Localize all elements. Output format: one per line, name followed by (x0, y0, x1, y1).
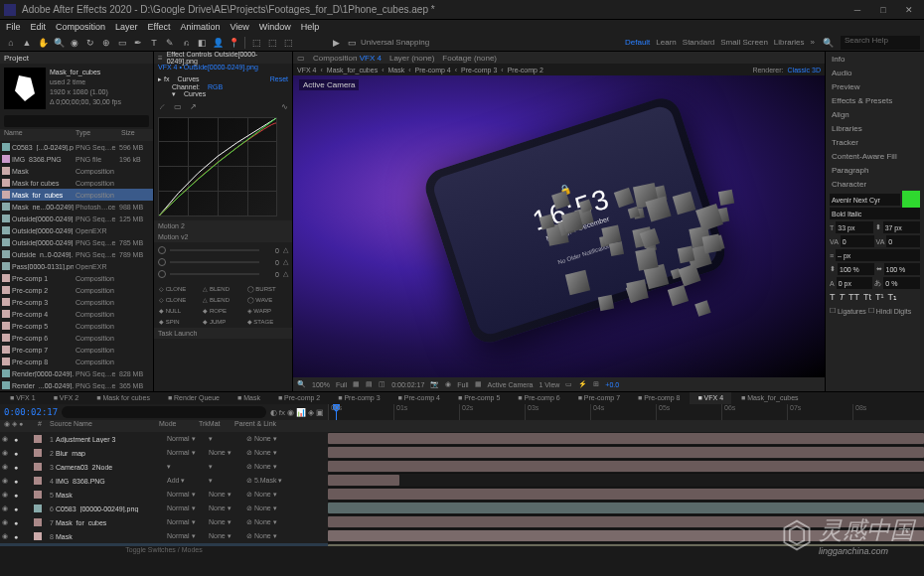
grid-icon[interactable]: ▦ (353, 380, 360, 388)
current-timecode[interactable]: 0:00:02:17 (4, 407, 58, 417)
kerning[interactable]: 0 (841, 235, 874, 247)
timeline-layers[interactable]: ◉●1Adjustment Layer 3Normal ▾ ▾⊘ None ▾◉… (0, 432, 924, 546)
motion-preset[interactable]: ◇ CLONE (158, 284, 200, 293)
toggle-switches[interactable]: Toggle Switches / Modes (0, 546, 328, 558)
timeline-icon[interactable]: ⊞ (593, 380, 599, 388)
task-launch[interactable]: Task Launch (154, 328, 292, 339)
motion-v2-header[interactable]: Motion v2 (154, 231, 292, 242)
curves-tool-auto-icon[interactable]: ∿ (281, 102, 288, 111)
workspace-learn[interactable]: Learn (656, 38, 676, 47)
ligatures-toggle[interactable]: Ligatures (838, 308, 866, 315)
hand-tool-icon[interactable]: ✋ (36, 36, 50, 50)
orbit-tool-icon[interactable]: ◉ (68, 36, 81, 50)
panel-info[interactable]: Info (826, 52, 924, 66)
timeline-tab[interactable]: ■ Pre-comp 7 (570, 392, 628, 404)
project-item[interactable]: Pre-comp 2Composition (0, 284, 153, 296)
text-tool-icon[interactable]: T (147, 36, 161, 50)
subscript[interactable]: T₁ (888, 292, 898, 302)
breadcrumb-item[interactable]: Mask_for_cubes (327, 67, 378, 73)
small-caps[interactable]: Tt (863, 292, 871, 302)
resolution-select[interactable]: Full (336, 381, 347, 388)
workspace-default[interactable]: Default (625, 38, 650, 47)
menu-view[interactable]: View (230, 22, 248, 32)
search-help-input[interactable]: Search Help (841, 36, 920, 50)
project-item[interactable]: IMG_8368.PNGPNG file196 kB (0, 153, 153, 165)
channel-icon[interactable]: ◉ (445, 380, 451, 388)
minimize-button[interactable]: ─ (850, 3, 864, 17)
project-item[interactable]: Pre-comp 3Composition (0, 296, 153, 308)
roto-tool-icon[interactable]: 👤 (211, 36, 225, 50)
panel-content-aware-fill[interactable]: Content-Aware Fill (826, 149, 924, 163)
project-tab[interactable]: Project (4, 54, 29, 63)
zoom-level[interactable]: 100% (312, 381, 330, 388)
project-item[interactable]: C0583_[...0-0249].pngPNG Seq…e596 MB (0, 141, 153, 153)
camera-select[interactable]: Active Camera (488, 381, 534, 388)
visibility-toggle[interactable]: ◉ (2, 435, 12, 443)
timeline-layer[interactable]: ◉●1Adjustment Layer 3Normal ▾ ▾⊘ None ▾ (0, 432, 924, 446)
visibility-toggle[interactable]: ◉ (2, 504, 12, 512)
workspace-libraries[interactable]: Libraries (774, 38, 805, 47)
project-item[interactable]: Pre-comp 6Composition (0, 332, 153, 344)
breadcrumb-item[interactable]: VFX 4 (297, 67, 316, 73)
fast-preview-icon[interactable]: ⚡ (578, 380, 587, 388)
fill-color[interactable] (902, 191, 920, 209)
renderer-select[interactable]: Classic 3D (788, 67, 821, 73)
menu-edit[interactable]: Edit (31, 22, 47, 32)
hindi-toggle[interactable]: Hindi Digits (876, 308, 911, 315)
motion-preset[interactable]: ◈ WARP (246, 306, 288, 315)
graph-icon[interactable]: 📊 (296, 408, 306, 417)
project-item[interactable]: Pre-comp 5Composition (0, 320, 153, 332)
curves-graph[interactable] (158, 117, 277, 216)
motion-preset[interactable]: ◇ CLONE (158, 295, 200, 304)
project-item[interactable]: Render[0000-0249].pngPNG Seq…e828 MB (0, 367, 153, 379)
viewer-timecode[interactable]: 0:00:02:17 (391, 381, 424, 388)
brain-icon[interactable]: ◈ (308, 408, 314, 417)
workspace-expand-icon[interactable]: » (811, 38, 815, 47)
comp-breadcrumb[interactable]: VFX 4‹Mask_for_cubes‹Mask‹Pre-comp 4‹Pre… (293, 64, 825, 75)
motion-preset[interactable]: ◆ JUMP (202, 317, 243, 326)
viewer-layer-tab[interactable]: Layer (none) (389, 54, 434, 63)
project-item[interactable]: Mask for cubesComposition (0, 177, 153, 189)
panel-character[interactable]: Character (826, 177, 924, 191)
view-axis-icon[interactable]: ⬚ (281, 36, 295, 50)
world-axis-icon[interactable]: ⬚ (265, 36, 279, 50)
curves-tool-open-icon[interactable]: ↗ (190, 102, 197, 111)
close-button[interactable]: ✕ (902, 3, 916, 17)
superscript[interactable]: T¹ (875, 292, 884, 302)
panel-paragraph[interactable]: Paragraph (826, 163, 924, 177)
viewer-footage-tab[interactable]: Footage (none) (442, 54, 497, 63)
snapping-toggle[interactable]: Snapping (395, 38, 429, 47)
project-item[interactable]: Pre-comp 1Composition (0, 272, 153, 284)
selection-tool-icon[interactable]: ▲ (20, 36, 34, 50)
timeline-layer[interactable]: ◉●5MaskNormal ▾None ▾⊘ None ▾ (0, 488, 924, 502)
stroke-width[interactable]: – px (836, 249, 920, 261)
maximize-button[interactable]: □ (876, 3, 890, 17)
zoom-tool-icon[interactable]: 🔍 (52, 36, 66, 50)
tracking[interactable]: 0 (886, 235, 920, 247)
project-item[interactable]: Pre-comp 7Composition (0, 344, 153, 356)
panel-preview[interactable]: Preview (826, 79, 924, 93)
timeline-tab[interactable]: ■ Pre-comp 3 (330, 392, 387, 404)
motion-preset[interactable]: ◆ STAGE (246, 317, 288, 326)
clone-tool-icon[interactable]: ⎌ (179, 36, 193, 50)
breadcrumb-item[interactable]: Pre-comp 3 (461, 67, 497, 73)
breadcrumb-item[interactable]: Pre-comp 4 (415, 67, 451, 73)
project-item[interactable]: Render_...00-0249].pngPNG Seq…e365 MB (0, 379, 153, 391)
breadcrumb-item[interactable]: Mask (388, 67, 405, 73)
timeline-tab[interactable]: ■ Pre-comp 8 (630, 392, 688, 404)
panel-audio[interactable]: Audio (826, 66, 924, 79)
workspace-standard[interactable]: Standard (683, 38, 714, 47)
motion-preset[interactable]: ◆ ROPE (202, 306, 243, 315)
pixel-aspect-icon[interactable]: ▭ (565, 380, 572, 388)
project-item[interactable]: Pre-comp 8Composition (0, 356, 153, 367)
eraser-tool-icon[interactable]: ◧ (195, 36, 209, 50)
visibility-toggle[interactable]: ◉ (2, 518, 12, 526)
effect-controls-tab[interactable]: Effect Controls Outside[0000-0249].png (167, 51, 288, 65)
workspace-small-screen[interactable]: Small Screen (720, 38, 768, 47)
channel-select[interactable]: RGB (208, 83, 223, 90)
shy-icon[interactable]: ◐ (270, 408, 277, 417)
transparency-icon[interactable]: ▦ (475, 380, 482, 388)
fx-icon[interactable]: fx (279, 408, 285, 417)
play-icon[interactable]: ▶ (329, 36, 343, 50)
motion-preset[interactable]: ◯ BURST (246, 284, 288, 293)
